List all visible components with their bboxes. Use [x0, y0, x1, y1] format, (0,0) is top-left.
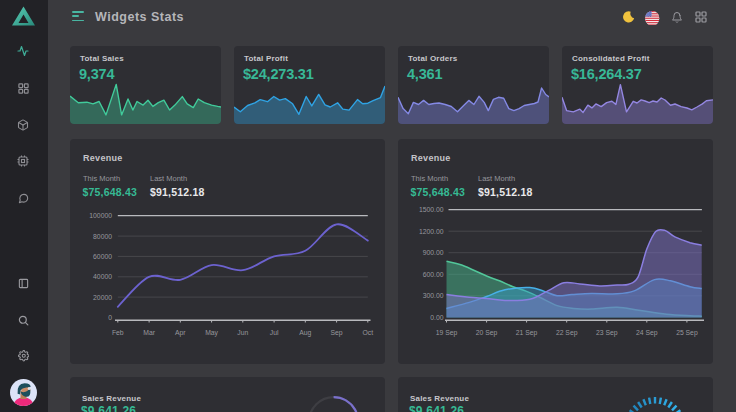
svg-text:Jul: Jul	[270, 329, 279, 336]
svg-text:600.00: 600.00	[423, 271, 444, 278]
svg-text:40000: 40000	[93, 273, 112, 280]
svg-text:25 Sep: 25 Sep	[676, 329, 698, 337]
svg-text:20000: 20000	[93, 294, 112, 301]
svg-text:24 Sep: 24 Sep	[636, 329, 658, 337]
svg-text:0: 0	[108, 314, 112, 321]
svg-text:300.00: 300.00	[423, 292, 444, 299]
svg-text:Apr: Apr	[175, 329, 186, 337]
svg-text:Jun: Jun	[237, 329, 248, 336]
svg-text:21 Sep: 21 Sep	[516, 329, 538, 337]
svg-text:0.00: 0.00	[430, 314, 443, 321]
svg-text:Feb: Feb	[112, 329, 124, 336]
svg-text:1500.00: 1500.00	[419, 206, 444, 213]
svg-text:20 Sep: 20 Sep	[476, 329, 498, 337]
svg-text:60000: 60000	[93, 253, 112, 260]
svg-text:22 Sep: 22 Sep	[556, 329, 578, 337]
svg-text:May: May	[205, 329, 218, 337]
svg-text:1200.00: 1200.00	[419, 228, 444, 235]
svg-text:Aug: Aug	[299, 329, 311, 337]
svg-text:23 Sep: 23 Sep	[596, 329, 618, 337]
svg-text:900.00: 900.00	[423, 249, 444, 256]
svg-text:80000: 80000	[93, 233, 112, 240]
svg-text:Sep: Sep	[331, 329, 343, 337]
svg-text:Mar: Mar	[143, 329, 155, 336]
svg-text:100000: 100000	[89, 212, 112, 219]
svg-text:Oct: Oct	[363, 329, 374, 336]
svg-text:19 Sep: 19 Sep	[436, 329, 458, 337]
